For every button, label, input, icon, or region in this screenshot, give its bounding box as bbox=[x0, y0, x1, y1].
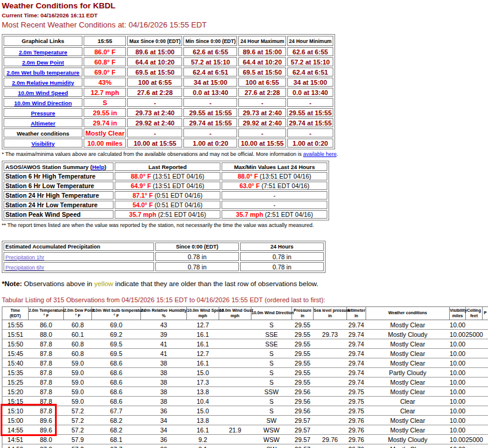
obs-cell: 10.00 bbox=[450, 397, 466, 406]
obs-cell bbox=[219, 406, 251, 416]
graphical-link[interactable]: 2.0m Relative Humidity bbox=[12, 79, 74, 86]
conditions-row: 2.0m Relative Humidity43%100 at 6:5534 a… bbox=[4, 78, 333, 87]
maxmin-value-cell: 29.55 at 15:55 bbox=[183, 108, 237, 117]
obs-header-line1: Ceiling bbox=[466, 308, 482, 314]
obs-header-line2: in bbox=[314, 314, 346, 319]
asos-row-label: Station 6 Hr High Temperature bbox=[4, 172, 113, 180]
obs-cell bbox=[466, 406, 483, 416]
maxmin-value-cell: 1.00 at 0:20 bbox=[183, 139, 237, 148]
graphical-link[interactable]: 2.0m Dew Point bbox=[22, 59, 64, 66]
available-here-link[interactable]: available here bbox=[303, 151, 336, 157]
obs-header-line2: in bbox=[347, 314, 366, 319]
obs-cell: 29.55 bbox=[292, 320, 314, 330]
conditions-row-label: Weather conditions bbox=[17, 130, 69, 137]
obs-cell bbox=[466, 425, 483, 435]
obs-cell: SSW bbox=[251, 387, 292, 397]
obs-cell: Mostly Clear bbox=[366, 425, 450, 435]
note-label: *Note: bbox=[2, 280, 22, 287]
obs-header-line2: ° F bbox=[92, 314, 140, 319]
obs-cell bbox=[483, 368, 488, 378]
obs-cell bbox=[314, 425, 347, 435]
graphical-link[interactable]: Pressure bbox=[31, 110, 56, 116]
maxmin-value-cell: 69.5 at 15:50 bbox=[238, 67, 286, 76]
obs-row: 15:5586.060.869.04312.7S29.5529.74Mostly… bbox=[2, 320, 488, 330]
obs-cell: 60.1 bbox=[64, 330, 92, 339]
obs-row: 14:5188.057.968.1369.2WSW29.5729.7629.76… bbox=[2, 435, 488, 444]
obs-cell: 39 bbox=[141, 330, 187, 339]
current-value-cell: 29.74 in bbox=[84, 118, 126, 127]
obs-cell bbox=[314, 406, 347, 416]
obs-cell: 29.57 bbox=[292, 425, 314, 435]
note-text-before: Observations above in bbox=[22, 280, 94, 287]
obs-header-line2: ° F bbox=[64, 314, 91, 319]
maxmin-value-cell: 62.4 at 6:51 bbox=[287, 67, 334, 76]
obs-cell: S bbox=[251, 378, 292, 387]
obs-cell: 15:45 bbox=[2, 349, 29, 358]
station-report-time: (13:51 EDT 04/16) bbox=[153, 173, 204, 180]
maxmin-24h-cell: 88.0° F (13:51 EDT 04/16) bbox=[222, 172, 327, 180]
station-report-time: (13:51 EDT 04/16) bbox=[260, 173, 311, 180]
conditions-row: Pressure29.55 in29.73 at 2:4029.55 at 15… bbox=[4, 108, 333, 117]
obs-cell: Clear bbox=[366, 397, 450, 406]
obs-cell: 10.00 bbox=[450, 435, 466, 444]
graphical-link[interactable]: 2.0m Wet bulb temperature bbox=[7, 69, 79, 76]
precip-row: Precipitation 6hr0.78 in0.78 in bbox=[4, 262, 324, 271]
obs-cell bbox=[219, 378, 251, 387]
graphical-link[interactable]: 10.0m Wind Direction bbox=[14, 100, 72, 106]
obs-row: 15:1087.857.267.73615.0S29.5629.75Clear1… bbox=[2, 406, 488, 416]
obs-row: 14:5087.857.267.7368.1SW29.5729.76Mostly… bbox=[2, 444, 488, 448]
obs-cell: 29.74 bbox=[347, 378, 366, 387]
maxmin-value-cell: 69.5 at 15:50 bbox=[127, 67, 182, 76]
graphical-link[interactable]: 2.0m Temperature bbox=[19, 49, 67, 56]
report-times-footnote: ** The report times listed are when the … bbox=[2, 222, 488, 229]
obs-cell: 14:51 bbox=[2, 435, 29, 444]
obs-cell: 38 bbox=[141, 358, 187, 368]
graphical-link[interactable]: Altimeter bbox=[30, 120, 55, 127]
conditions-header-current: 15:55 bbox=[84, 36, 126, 46]
obs-cell: WSW bbox=[251, 425, 292, 435]
maxmin-value-cell: 100 at 6:55 bbox=[127, 78, 182, 87]
obs-row: 15:2587.859.068.63817.3S29.5529.74Mostly… bbox=[2, 378, 488, 387]
maxmin-value-cell: 34 at 15:00 bbox=[183, 78, 237, 87]
obs-cell bbox=[219, 387, 251, 397]
conditions-header-min-since: Min Since 0:00 (EDT) bbox=[183, 36, 237, 46]
obs-cell: 15:25 bbox=[2, 378, 29, 387]
obs-cell: 9.2 bbox=[187, 435, 219, 444]
obs-cell bbox=[466, 378, 483, 387]
maxmin-value-cell: 29.74 at 15:55 bbox=[287, 118, 334, 127]
precip-header-row: Estimated Accumulated Precipitation Sinc… bbox=[4, 243, 324, 251]
precip-link[interactable]: Precipitation 6hr bbox=[5, 265, 44, 271]
asos-row-label: Station 24 Hr High Temperature bbox=[4, 191, 113, 200]
precip-label-cell: Precipitation 6hr bbox=[4, 262, 154, 271]
obs-cell: 15:00 bbox=[2, 416, 29, 425]
obs-cell: 29.76 bbox=[347, 416, 366, 425]
obs-cell: 10.4 bbox=[187, 397, 219, 406]
conditions-row-label-cell: Altimeter bbox=[4, 118, 82, 127]
obs-header-line2: mph bbox=[187, 314, 219, 319]
help-link[interactable]: Help bbox=[92, 164, 105, 170]
obs-row: 15:4587.860.869.54112.7S29.5529.74Mostly… bbox=[2, 349, 488, 358]
obs-cell: 87.8 bbox=[29, 387, 64, 397]
graphical-link[interactable]: 10.0m Wind Speed bbox=[18, 90, 68, 96]
graphical-link[interactable]: Visibility bbox=[32, 140, 55, 147]
obs-cell bbox=[483, 320, 488, 330]
station-report-time: (2:51 EDT 04/16) bbox=[265, 211, 313, 218]
obs-cell bbox=[483, 406, 488, 416]
obs-cell bbox=[483, 444, 488, 448]
obs-header-cell: Weather conditions bbox=[366, 307, 450, 320]
maxmin-value-cell: 0.0 at 13:40 bbox=[287, 88, 334, 97]
obs-header-line2: feet bbox=[466, 314, 482, 319]
obs-cell: 43 bbox=[141, 320, 187, 330]
maxmin-value-cell: - bbox=[287, 98, 334, 107]
maxmin-value-cell: - bbox=[183, 128, 237, 137]
obs-header-line2: miles bbox=[450, 314, 465, 319]
obs-cell bbox=[314, 358, 347, 368]
obs-cell: 68.6 bbox=[92, 378, 141, 387]
obs-cell bbox=[483, 416, 488, 425]
obs-cell: 25000 bbox=[466, 330, 483, 339]
precip-link[interactable]: Precipitation 1hr bbox=[5, 254, 44, 260]
conditions-row: Visibility10.00 miles10.00 at 15:551.00 … bbox=[4, 139, 333, 148]
obs-cell bbox=[483, 339, 488, 349]
obs-cell: 57.2 bbox=[64, 425, 92, 435]
obs-cell: 87.8 bbox=[29, 368, 64, 378]
